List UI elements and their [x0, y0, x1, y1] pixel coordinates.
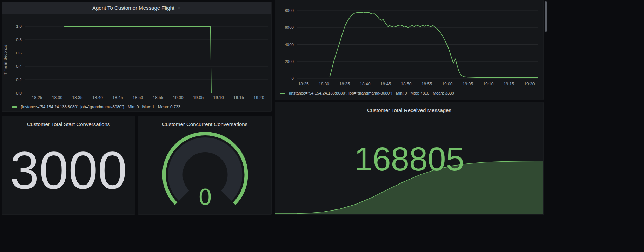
legend: {instance="54.154.24.138:8080", job="gra…: [275, 88, 543, 98]
svg-text:19:10: 19:10: [483, 82, 493, 86]
series-color-swatch[interactable]: [12, 106, 17, 108]
svg-text:19:20: 19:20: [524, 82, 535, 86]
panel-title[interactable]: Customer Concurrent Conversations: [138, 116, 271, 130]
svg-text:2000: 2000: [285, 59, 294, 64]
svg-text:18:50: 18:50: [401, 82, 411, 86]
svg-text:8000: 8000: [285, 8, 294, 13]
panel-customer-total-start-conversations: Customer Total Start Conversations 3000: [2, 116, 135, 215]
svg-text:18:35: 18:35: [72, 95, 82, 100]
vertical-scrollbar-thumb[interactable]: [545, 1, 547, 32]
panel-header[interactable]: Agent To Customer Message Flight: [2, 2, 271, 14]
legend-min: Min: 0: [396, 91, 407, 95]
svg-text:0.0: 0.0: [16, 91, 22, 95]
legend-max: Max: 1: [142, 105, 154, 109]
svg-text:18:45: 18:45: [112, 95, 123, 100]
legend-max: Max: 7816: [410, 91, 429, 95]
grafana-dashboard: Agent To Customer Message Flight 0.00.20…: [0, 0, 644, 252]
svg-text:18:55: 18:55: [421, 82, 432, 86]
svg-text:0.6: 0.6: [16, 51, 22, 55]
svg-text:0.4: 0.4: [16, 64, 22, 69]
svg-text:19:05: 19:05: [193, 95, 204, 100]
series-label[interactable]: {instance="54.154.24.138:8080", job="gra…: [289, 91, 392, 95]
panel-title[interactable]: Agent To Customer Message Flight: [92, 5, 174, 11]
panel-untitled-timeseries: 0200040006000800018:2518:3018:3518:4018:…: [275, 0, 544, 100]
stat-value: 3000: [2, 126, 135, 214]
svg-text:18:30: 18:30: [319, 82, 329, 86]
svg-text:6000: 6000: [285, 25, 294, 30]
svg-text:0: 0: [292, 76, 294, 80]
svg-text:18:50: 18:50: [133, 95, 143, 100]
chart-body: 0.00.20.40.60.81.018:2518:3018:3518:4018…: [2, 14, 271, 111]
gauge-value: 0: [199, 184, 212, 210]
svg-text:18:45: 18:45: [380, 82, 391, 86]
svg-text:0.8: 0.8: [16, 38, 22, 42]
svg-text:19:10: 19:10: [213, 95, 224, 100]
legend-min: Min: 0: [128, 105, 139, 109]
svg-text:18:55: 18:55: [153, 95, 163, 100]
series-color-swatch[interactable]: [280, 93, 285, 94]
svg-text:18:40: 18:40: [92, 95, 103, 100]
legend: {instance="54.154.24.138:8080", job="gra…: [2, 102, 271, 111]
panel-customer-total-received-messages: Customer Total Received Messages 168805: [275, 102, 544, 215]
legend-mean: Mean: 0.723: [158, 105, 180, 109]
svg-text:18:30: 18:30: [52, 95, 62, 100]
panel-customer-concurrent-conversations: Customer Concurrent Conversations 0: [138, 116, 272, 215]
stat-value: 168805: [275, 142, 543, 177]
legend-mean: Mean: 3339: [433, 91, 454, 95]
chevron-down-icon: [177, 6, 181, 10]
gauge-chart: 0: [138, 132, 272, 215]
svg-text:19:15: 19:15: [233, 95, 244, 100]
time-series-chart[interactable]: 0200040006000800018:2518:3018:3518:4018:…: [275, 0, 544, 88]
svg-text:18:40: 18:40: [360, 82, 370, 86]
svg-text:4000: 4000: [285, 43, 294, 47]
svg-text:0.2: 0.2: [16, 78, 22, 82]
series-label[interactable]: {instance="54.154.24.138:8080", job="gra…: [21, 105, 124, 109]
svg-text:19:05: 19:05: [463, 82, 473, 86]
time-series-chart[interactable]: 0.00.20.40.60.81.018:2518:3018:3518:4018…: [2, 14, 272, 102]
svg-text:19:15: 19:15: [504, 82, 514, 86]
svg-text:18:25: 18:25: [298, 82, 309, 86]
svg-text:Time in Seconds: Time in Seconds: [3, 45, 7, 75]
svg-text:1.0: 1.0: [16, 24, 22, 28]
svg-text:19:00: 19:00: [173, 95, 184, 100]
svg-text:19:00: 19:00: [442, 82, 452, 86]
panel-title[interactable]: Customer Total Received Messages: [275, 102, 543, 116]
panel-agent-to-customer-message-flight: Agent To Customer Message Flight 0.00.20…: [2, 2, 272, 112]
svg-text:18:25: 18:25: [32, 95, 42, 100]
svg-text:19:20: 19:20: [254, 95, 264, 100]
svg-text:18:35: 18:35: [339, 82, 350, 86]
